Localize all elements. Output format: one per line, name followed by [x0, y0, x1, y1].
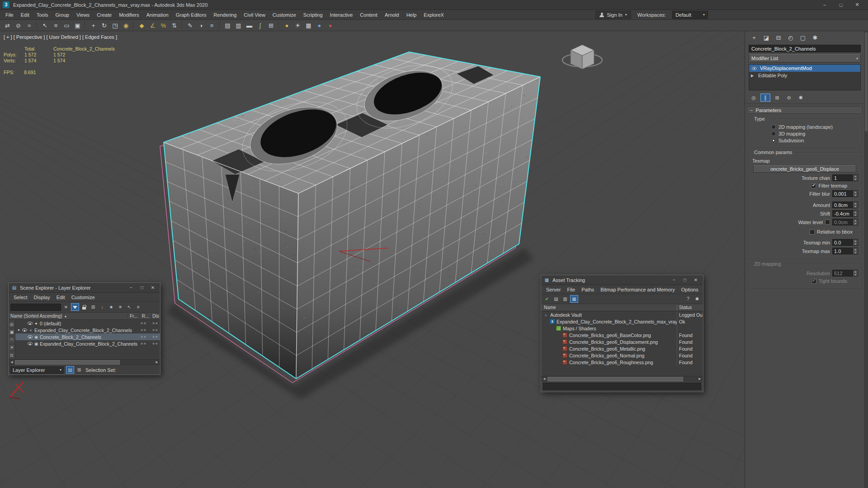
asset-name-column-header[interactable]: Name: [541, 305, 677, 310]
ribbon-toggle-icon[interactable]: ▬: [244, 20, 255, 30]
at-menu-server[interactable]: Server: [543, 286, 564, 293]
render-toggle[interactable]: ∗∗: [149, 335, 160, 339]
help-button[interactable]: ?: [684, 295, 692, 303]
menu-graph-editors[interactable]: Graph Editors: [172, 11, 210, 19]
menu-file[interactable]: File: [2, 11, 17, 19]
menu-help[interactable]: Help: [403, 11, 420, 19]
curve-editor-icon[interactable]: ∫: [255, 20, 265, 30]
menu-animation[interactable]: Animation: [143, 11, 172, 19]
render-toggle[interactable]: ∗∗: [149, 321, 160, 325]
scene-explorer-search-input[interactable]: [10, 304, 61, 311]
at-menu-options[interactable]: Options: [678, 286, 702, 293]
panel-scrollbar[interactable]: [864, 31, 868, 488]
modifier-editable-poly[interactable]: ▶Editable Poly: [749, 72, 860, 79]
expand-icon[interactable]: ▼: [16, 328, 21, 332]
view-cube[interactable]: [562, 45, 602, 69]
maximize-button[interactable]: □: [137, 284, 147, 292]
column-view-button[interactable]: ▥: [561, 295, 569, 303]
clear-search-button[interactable]: ✕: [62, 303, 70, 311]
lock-cell-editing-button[interactable]: [80, 303, 88, 311]
motion-tab[interactable]: ◴: [786, 33, 795, 42]
edit-named-selection-sets-icon[interactable]: ✎: [185, 20, 195, 30]
unlink-selection-icon[interactable]: ⊘: [13, 20, 24, 30]
render-production-icon[interactable]: ●: [314, 20, 325, 30]
visibility-icon[interactable]: [752, 67, 757, 70]
angle-snap-icon[interactable]: ∠: [147, 20, 158, 30]
modifier-list-dropdown[interactable]: Modifier List ▾: [749, 54, 861, 62]
shift-spinner[interactable]: -0.4cm: [832, 210, 858, 217]
frozen-toggle[interactable]: ∗∗: [137, 328, 149, 332]
asset-row-concrete-bricks-geo6-normal-png[interactable]: Concrete_Bricks_geo6_Normal.pngFound: [541, 352, 703, 359]
snaps-toggle-icon[interactable]: ◆: [137, 20, 147, 30]
percent-snap-icon[interactable]: %: [158, 20, 169, 30]
rendered-frame-window-icon[interactable]: ▦: [303, 20, 314, 30]
asset-row-concrete-bricks-geo6-basecolor-png[interactable]: Concrete_Bricks_geo6_BaseColor.pngFound: [541, 332, 703, 338]
filter-button[interactable]: [71, 303, 79, 311]
scroll-left-icon[interactable]: ◄: [541, 377, 547, 381]
scroll-left-icon[interactable]: ◄: [9, 360, 15, 364]
asset-status-column-header[interactable]: Status: [677, 305, 703, 310]
maximize-button[interactable]: □: [833, 0, 849, 9]
configure-modifier-sets-button[interactable]: ✱: [796, 94, 806, 102]
show-end-result-button[interactable]: ∥: [760, 94, 770, 102]
menu-views[interactable]: Views: [73, 11, 93, 19]
at-menu-file[interactable]: File: [564, 286, 578, 293]
relative-to-bbox-checkbox[interactable]: [810, 230, 815, 235]
workspace-dropdown[interactable]: Default ▾: [672, 11, 708, 19]
select-and-place-icon[interactable]: ◉: [121, 20, 131, 30]
asset-tracking-hscrollbar[interactable]: ◄ ►: [541, 376, 703, 381]
se-menu-customize[interactable]: Customize: [68, 294, 98, 301]
texmap-button[interactable]: oncrete_Bricks_geo6_Displace: [753, 165, 856, 173]
parameters-rollout-header[interactable]: − Parameters: [747, 106, 863, 114]
detail-view-button[interactable]: ▦: [570, 295, 578, 303]
radio-2d-mapping-landscape[interactable]: 2D mapping (landscape): [771, 124, 859, 130]
viewport-label[interactable]: [ + ] [ Perspective ] [ User Defined ] […: [4, 34, 117, 40]
filter-blur-spinner[interactable]: 0.001: [832, 190, 858, 197]
amount-spinner[interactable]: 0.8cm: [832, 202, 858, 208]
select-and-rotate-icon[interactable]: ↻: [99, 20, 109, 30]
scene-explorer-toggle-icon[interactable]: ▤: [222, 20, 233, 30]
menu-create[interactable]: Create: [93, 11, 115, 19]
eye-icon[interactable]: [28, 342, 33, 345]
menu-customize[interactable]: Customize: [269, 11, 300, 19]
spinner-down-icon[interactable]: [853, 251, 858, 254]
explorer-view-dropdown[interactable]: Layer Explorer ▾: [10, 366, 64, 374]
perspective-viewport[interactable]: [ + ] [ Perspective ] [ User Defined ] […: [0, 31, 745, 488]
asset-row-autodesk-vault[interactable]: ⌂Autodesk VaultLogged Ou: [541, 311, 703, 318]
scene-explorer-header[interactable]: Name (Sorted Ascending) ▲ Fr... R... Dis: [9, 313, 160, 320]
bind-to-space-warp-icon[interactable]: ≈: [24, 20, 34, 30]
water-level-checkbox[interactable]: [825, 220, 830, 225]
display-tab[interactable]: ▢: [798, 33, 807, 42]
add-to-active-layer-button[interactable]: ↓: [98, 303, 106, 311]
minimize-button[interactable]: −: [669, 276, 679, 284]
display-lights-button[interactable]: ☀: [9, 344, 15, 351]
minimize-button[interactable]: −: [126, 284, 137, 292]
spinner-down-icon[interactable]: [853, 243, 858, 246]
eye-icon[interactable]: [28, 322, 33, 325]
object-name-field[interactable]: Concrete_Block_2_Channels: [749, 45, 861, 52]
create-tab[interactable]: +: [750, 33, 759, 42]
asset-tracking-window[interactable]: ▦ Asset Tracking − □ ✕ ServerFilePathsBi…: [541, 275, 703, 392]
select-and-scale-icon[interactable]: ◳: [110, 20, 120, 30]
scene-row-expanded-clay-concrete-block-2-channels[interactable]: ▣Expanded_Clay_Concrete_Block_2_Channels…: [15, 340, 160, 347]
menu-tools[interactable]: Tools: [33, 11, 52, 19]
layer-explorer-toggle-icon[interactable]: ▥: [233, 20, 244, 30]
menu-scripting[interactable]: Scripting: [300, 11, 326, 19]
se-menu-select[interactable]: Select: [10, 294, 31, 301]
menu-interactive[interactable]: Interactive: [326, 11, 357, 19]
spinner-down-icon[interactable]: [853, 178, 858, 181]
display-shapes-button[interactable]: ◠: [9, 337, 15, 343]
menu-edit[interactable]: Edit: [17, 11, 33, 19]
spinner-snap-icon[interactable]: ⇅: [169, 20, 179, 30]
menu-explorex[interactable]: ExploreX: [420, 11, 448, 19]
align-icon[interactable]: ≡: [207, 20, 217, 30]
make-unique-button[interactable]: ⊞: [772, 94, 782, 102]
utilities-tab[interactable]: ✱: [811, 33, 820, 42]
remove-modifier-button[interactable]: ⊖: [784, 94, 794, 102]
material-editor-icon[interactable]: ●: [282, 20, 292, 30]
texture-chan-spinner[interactable]: 1: [832, 174, 858, 181]
menu-modifiers[interactable]: Modifiers: [115, 11, 143, 19]
close-button[interactable]: ✕: [690, 276, 701, 284]
explorer-grid-button[interactable]: ⊞: [75, 366, 83, 374]
asset-path-field[interactable]: [543, 383, 701, 390]
